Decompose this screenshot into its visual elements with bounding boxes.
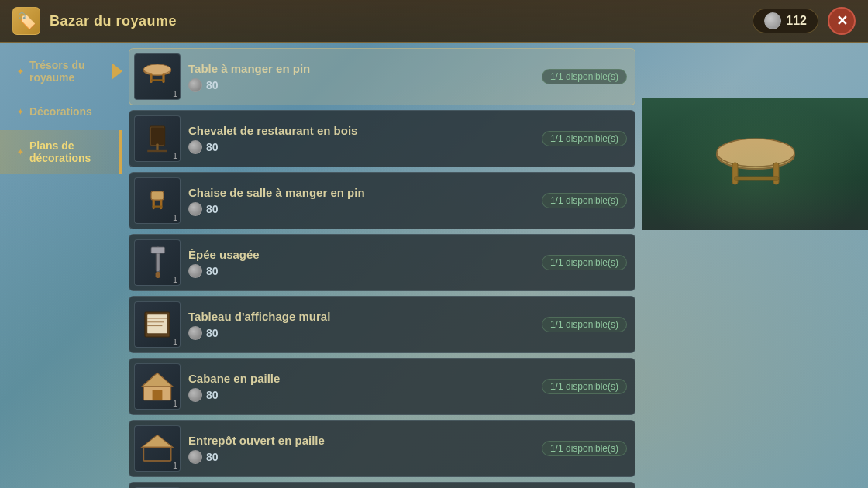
svg-marker-24 — [142, 435, 173, 447]
item-preview-image — [709, 133, 802, 195]
item-name: Chevalet de restaurant en bois — [188, 124, 542, 137]
diamond-icon: ✦ — [17, 67, 23, 76]
price-icon — [188, 140, 202, 154]
price-value: 80 — [206, 389, 219, 401]
price-icon — [188, 202, 202, 216]
item-price: 80 — [188, 140, 542, 154]
diamond-icon-2: ✦ — [17, 108, 23, 116]
item-thumbnail: 1 — [134, 177, 181, 224]
sidebar-item-decorations[interactable]: ✦ Décorations — [0, 96, 122, 127]
svg-point-34 — [717, 139, 794, 167]
item-count: 1 — [173, 213, 177, 222]
item-availability: 1/1 disponible(s) — [542, 131, 627, 146]
item-count: 1 — [173, 89, 177, 98]
item-price: 80 — [188, 202, 542, 216]
item-availability: 1/1 disponible(s) — [542, 379, 627, 394]
diamond-icon-3: ✦ — [17, 148, 23, 156]
price-value: 80 — [206, 327, 219, 339]
item-availability: 1/1 disponible(s) — [542, 69, 627, 84]
shop-icon: 🏷️ — [12, 7, 40, 35]
item-thumbnail: 1 — [134, 425, 181, 472]
svg-point-1 — [143, 64, 170, 74]
item-count: 1 — [173, 399, 177, 408]
item-thumbnail: 1 — [134, 115, 181, 162]
list-item[interactable]: 1 Table à manger en pin 80 1/1 disponibl… — [129, 48, 636, 105]
item-name: Table à manger en pin — [188, 62, 542, 75]
item-price: 80 — [188, 388, 542, 402]
item-price: 80 — [188, 326, 542, 340]
svg-rect-25 — [143, 447, 170, 461]
price-value: 80 — [206, 79, 219, 91]
list-item[interactable]: 1 Maison en paille 80 1/1 disponible(s) — [129, 482, 636, 488]
price-value: 80 — [206, 203, 219, 215]
item-name: Cabane en paille — [188, 372, 542, 385]
item-name: Entrepôt ouvert en paille — [188, 434, 542, 447]
item-name: Chaise de salle à manger en pin — [188, 186, 542, 199]
svg-marker-21 — [142, 373, 173, 387]
price-icon — [188, 326, 202, 340]
svg-point-33 — [717, 141, 794, 169]
price-icon — [188, 264, 202, 278]
currency-display: 112 — [753, 9, 818, 33]
item-thumbnail: 1 — [134, 363, 181, 410]
close-button[interactable]: ✕ — [828, 7, 856, 35]
svg-rect-2 — [150, 73, 152, 83]
currency-amount: 112 — [786, 14, 807, 28]
list-item[interactable]: 1 Chevalet de restaurant en bois 80 1/1 … — [129, 110, 636, 167]
item-price: 80 — [188, 450, 542, 464]
svg-rect-35 — [732, 163, 738, 184]
list-item[interactable]: 1 Cabane en paille 80 1/1 disponible(s) — [129, 358, 636, 415]
item-info: Chaise de salle à manger en pin 80 — [188, 186, 542, 216]
item-name: Épée usagée — [188, 248, 542, 261]
item-info: Entrepôt ouvert en paille 80 — [188, 434, 542, 464]
price-icon — [188, 78, 202, 92]
list-item[interactable]: 1 Chaise de salle à manger en pin 80 1/1… — [129, 172, 636, 229]
item-info: Chevalet de restaurant en bois 80 — [188, 124, 542, 154]
item-count: 1 — [173, 337, 177, 346]
price-value: 80 — [206, 265, 219, 277]
svg-rect-7 — [156, 143, 158, 151]
price-icon — [188, 388, 202, 402]
item-availability: 1/1 disponible(s) — [542, 193, 627, 208]
item-info: Épée usagée 80 — [188, 248, 542, 278]
sidebar-arrow — [112, 63, 122, 80]
item-list: 1 Table à manger en pin 80 1/1 disponibl… — [122, 43, 642, 488]
shop-title: Bazar du royaume — [50, 13, 753, 29]
price-value: 80 — [206, 141, 219, 153]
main-container: 🏷️ Bazar du royaume 112 ✕ ✦ Trésors du r… — [0, 0, 868, 488]
item-availability: 1/1 disponible(s) — [542, 441, 627, 456]
item-info: Tableau d'affichage mural 80 — [188, 310, 542, 340]
item-price: 80 — [188, 264, 542, 278]
item-thumbnail: 1 — [134, 301, 181, 348]
svg-rect-10 — [153, 199, 155, 209]
item-count: 1 — [173, 275, 177, 284]
sidebar-item-tresors[interactable]: ✦ Trésors du royaume — [0, 50, 122, 93]
list-item[interactable]: 1 Tableau d'affichage mural 80 1/1 dispo… — [129, 296, 636, 353]
item-availability: 1/1 disponible(s) — [542, 255, 627, 270]
svg-rect-37 — [735, 177, 779, 180]
sidebar-item-plans[interactable]: ✦ Plans de décorations — [0, 130, 122, 174]
item-availability: 1/1 disponible(s) — [542, 317, 627, 332]
svg-rect-12 — [153, 205, 163, 207]
item-price: 80 — [188, 78, 542, 92]
item-info: Table à manger en pin 80 — [188, 62, 542, 92]
svg-rect-6 — [151, 128, 164, 145]
item-thumbnail: 1 — [134, 53, 181, 100]
currency-icon — [764, 12, 781, 29]
item-count: 1 — [173, 151, 177, 160]
svg-rect-4 — [151, 79, 164, 81]
detail-image-area — [642, 98, 868, 230]
item-thumbnail: 1 — [134, 239, 181, 286]
list-item[interactable]: 1 Entrepôt ouvert en paille 80 1/1 dispo… — [129, 420, 636, 477]
svg-rect-9 — [151, 191, 164, 200]
svg-rect-36 — [773, 163, 779, 184]
header: 🏷️ Bazar du royaume 112 ✕ — [0, 0, 868, 43]
price-icon — [188, 450, 202, 464]
svg-rect-3 — [162, 73, 164, 83]
item-info: Cabane en paille 80 — [188, 372, 542, 402]
list-item[interactable]: 1 Épée usagée 80 1/1 disponible(s) — [129, 234, 636, 291]
svg-rect-17 — [147, 314, 167, 333]
item-name: Tableau d'affichage mural — [188, 310, 542, 323]
item-count: 1 — [173, 461, 177, 470]
svg-rect-15 — [156, 272, 160, 278]
